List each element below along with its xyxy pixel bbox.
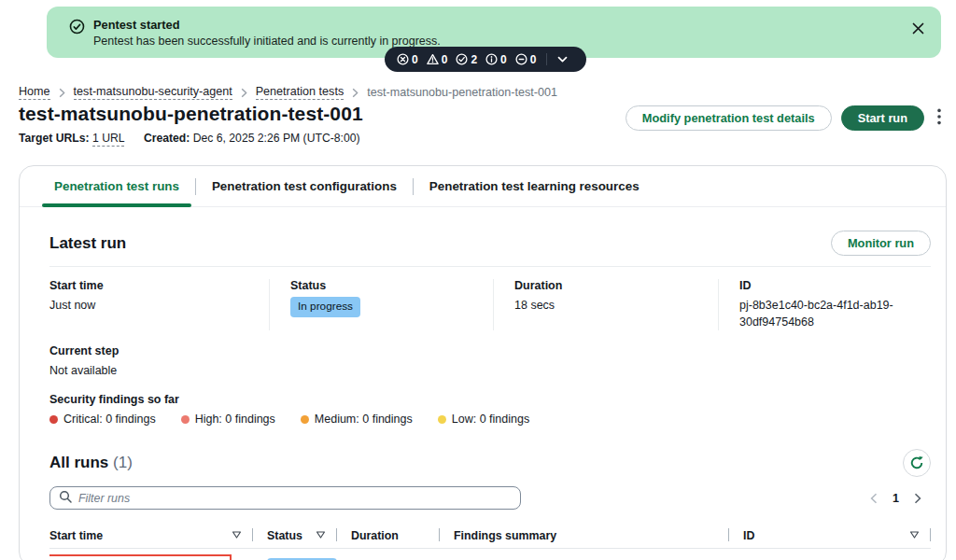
breadcrumb-penetration-tests[interactable]: Penetration tests xyxy=(256,85,344,100)
cell-id: pj-8b3e1c40-bc2a-4f1d-ab19-30df... xyxy=(729,549,931,560)
error-circle-icon xyxy=(397,53,409,65)
column-header-start-time[interactable]: Start time xyxy=(49,524,253,548)
pill-warning-count: 0 xyxy=(427,53,448,66)
kebab-menu-icon[interactable] xyxy=(934,106,945,130)
sort-icon[interactable] xyxy=(232,529,242,542)
critical-dot-icon xyxy=(49,415,58,424)
created-label: Created: xyxy=(144,132,190,145)
page-meta: Target URLs: 1 URL Created: Dec 6, 2025 … xyxy=(19,132,945,145)
header-actions: Modify penetration test details Start ru… xyxy=(626,105,945,131)
column-header-id[interactable]: ID xyxy=(729,524,931,548)
finding-critical: Critical: 0 findings xyxy=(49,413,156,426)
pill-error-count: 0 xyxy=(397,53,418,66)
target-urls-label: Target URLs: xyxy=(19,132,90,145)
finding-low: Low: 0 findings xyxy=(438,413,529,426)
pill-pending-count: 0 xyxy=(515,53,537,66)
finding-medium: Medium: 0 findings xyxy=(301,413,413,426)
main-card: Penetration test runs Penetration test c… xyxy=(19,165,947,560)
filter-runs-input[interactable] xyxy=(78,492,512,505)
chevron-down-icon[interactable] xyxy=(557,56,568,63)
breadcrumb: Home test-matsunobu-security-agent Penet… xyxy=(19,85,557,100)
pagination: 1 xyxy=(868,491,931,506)
banner-message: Pentest has been successfully initiated … xyxy=(93,35,441,48)
cell-duration: 18 secs xyxy=(337,549,440,560)
pill-success-count: 2 xyxy=(456,53,477,66)
info-circle-icon xyxy=(485,53,498,65)
previous-page-icon[interactable] xyxy=(868,491,879,506)
field-id: ID pj-8b3e1c40-bc2a-4f1d-ab19-30df94754b… xyxy=(718,279,931,330)
column-header-duration[interactable]: Duration xyxy=(337,524,440,548)
sort-icon[interactable] xyxy=(909,529,920,542)
page-number: 1 xyxy=(893,492,899,505)
success-check-icon xyxy=(69,19,85,37)
sort-icon[interactable] xyxy=(316,529,326,542)
breadcrumb-home[interactable]: Home xyxy=(19,85,50,100)
warning-triangle-icon xyxy=(427,53,439,65)
tab-penetration-test-configurations[interactable]: Penetration test configurations xyxy=(196,166,413,206)
finding-high: High: 0 findings xyxy=(181,413,275,426)
created-value: Dec 6, 2025 2:26 PM (UTC-8:00) xyxy=(193,132,360,145)
all-runs-count: (1) xyxy=(113,454,133,471)
breadcrumb-security-agent[interactable]: test-matsunobu-security-agent xyxy=(74,85,232,100)
all-runs-header: All runs (1) xyxy=(49,449,931,477)
filter-input-box[interactable] xyxy=(49,486,521,510)
high-dot-icon xyxy=(181,415,190,424)
current-step: Current step Not available xyxy=(49,344,931,379)
search-icon xyxy=(59,490,72,506)
column-header-findings-summary[interactable]: Findings summary xyxy=(440,524,729,548)
tab-penetration-test-learning-resources[interactable]: Penetration test learning resources xyxy=(414,166,655,206)
table-row: Dec 6, 2025 2:29 PM (UTC-8:00) In progre… xyxy=(49,549,931,560)
page-header: test-matsunobu-penetration-test-001 Targ… xyxy=(19,103,945,145)
all-runs-title: All runs (1) xyxy=(49,454,133,472)
status-badge: In progress xyxy=(290,297,360,317)
divider xyxy=(546,53,547,65)
target-urls-link[interactable]: 1 URL xyxy=(92,132,124,147)
low-dot-icon xyxy=(438,415,446,424)
monitor-run-button[interactable]: Monitor run xyxy=(831,231,931,256)
column-header-status[interactable]: Status xyxy=(253,524,337,548)
cell-start-time: Dec 6, 2025 2:29 PM (UTC-8:00) xyxy=(49,549,253,560)
medium-dot-icon xyxy=(301,415,309,424)
notifications-pill[interactable]: 0 0 2 0 0 xyxy=(385,47,586,72)
close-icon[interactable] xyxy=(908,19,928,41)
latest-run-title: Latest run xyxy=(49,234,126,253)
modify-test-button[interactable]: Modify penetration test details xyxy=(626,105,832,131)
success-circle-icon xyxy=(456,53,468,65)
refresh-icon[interactable] xyxy=(903,449,931,477)
runs-toolbar: 1 xyxy=(49,486,931,510)
banner-title: Pentest started xyxy=(93,18,179,32)
tab-bar: Penetration test runs Penetration test c… xyxy=(20,166,946,207)
start-run-button[interactable]: Start run xyxy=(841,105,924,131)
field-status: Status In progress xyxy=(269,279,493,330)
next-page-icon[interactable] xyxy=(912,491,923,506)
runs-table-header: Start time Status Duration Findings summ… xyxy=(49,524,931,549)
chevron-right-icon xyxy=(59,88,65,98)
divider xyxy=(49,266,931,267)
breadcrumb-current: test-matsunobu-penetration-test-001 xyxy=(367,86,557,99)
security-findings: Security findings so far Critical: 0 fin… xyxy=(49,393,931,426)
field-start-time: Start time Just now xyxy=(49,279,269,330)
field-duration: Duration 18 secs xyxy=(493,279,718,330)
annotation-highlight-box: Dec 6, 2025 2:29 PM (UTC-8:00) xyxy=(49,554,232,560)
cell-findings-summary: Critical: 0 High: 0 Medium: 0 Low: 0 xyxy=(440,549,729,560)
chevron-right-icon xyxy=(352,88,358,98)
pending-circle-icon xyxy=(515,53,527,65)
latest-run-fields: Start time Just now Status In progress D… xyxy=(49,279,931,330)
tab-penetration-test-runs[interactable]: Penetration test runs xyxy=(38,166,195,206)
chevron-right-icon xyxy=(241,88,247,98)
latest-run-header: Latest run Monitor run xyxy=(49,231,931,256)
pill-info-count: 0 xyxy=(485,53,507,66)
cell-status: In progress xyxy=(253,549,337,560)
